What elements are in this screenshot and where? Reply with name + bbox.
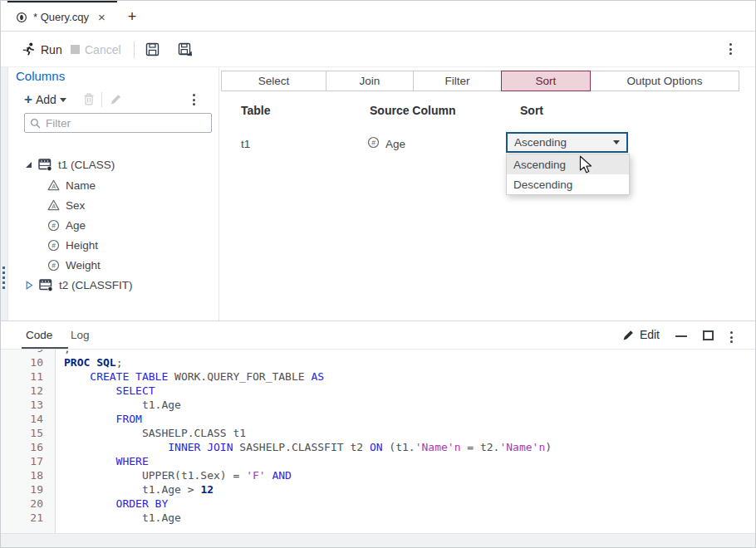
code-text[interactable]: CREATE TABLE WORK.QUERY_FOR_TABLE AS (56, 369, 324, 384)
tab-query-cqy[interactable]: * Query.cqy × (7, 1, 117, 32)
active-tab-underline (22, 347, 68, 349)
numeric-column-icon: # (367, 136, 380, 149)
code-text[interactable]: SELECT (56, 384, 155, 398)
edit-button[interactable]: Edit (622, 328, 660, 341)
close-tab-icon[interactable]: × (98, 10, 106, 24)
stop-icon (71, 45, 80, 54)
columns-overflow-menu[interactable] (193, 94, 195, 105)
tab-select[interactable]: Select (221, 71, 326, 91)
sort-order-select[interactable]: Ascending (506, 132, 628, 153)
sas-query-window: * Query.cqy × + Run Cancel Colum (0, 0, 756, 548)
sort-row-column-cell: Age (385, 138, 405, 150)
tree-item-age[interactable]: # Age (47, 215, 86, 235)
filter-input[interactable] (46, 117, 206, 130)
trash-icon (83, 93, 95, 105)
code-line: 13 t1.Age (1, 398, 755, 412)
line-number: 17 (1, 454, 56, 468)
line-number: 12 (1, 384, 56, 398)
add-column-button[interactable]: + Add (24, 90, 66, 110)
tree-item-t2[interactable]: t2 (CLASSFIT) (26, 275, 133, 295)
code-editor[interactable]: 9;10PROC SQL;11 CREATE TABLE WORK.QUERY_… (1, 350, 755, 533)
column-header-table: Table (241, 104, 271, 117)
tab-code[interactable]: Code (26, 329, 52, 341)
expanded-arrow-icon[interactable] (26, 162, 32, 168)
option-descending[interactable]: Descending (507, 174, 629, 194)
tree-item-label: t1 (CLASS) (58, 159, 115, 171)
tree-item-height[interactable]: # Height (47, 235, 98, 255)
tab-log[interactable]: Log (71, 329, 90, 341)
search-icon (30, 118, 41, 129)
panel-divider (218, 67, 219, 320)
table-icon (39, 279, 53, 291)
minimize-icon[interactable] (675, 335, 687, 337)
preview-eye-icon (16, 12, 27, 23)
line-number: 14 (1, 412, 56, 426)
document-tab-bar: * Query.cqy × + (1, 1, 755, 32)
code-line: 12 SELECT (1, 384, 755, 398)
sort-order-dropdown-list: Ascending Descending (506, 154, 630, 195)
query-step-tabs: Select Join Filter Sort Output Options (221, 71, 739, 91)
mouse-cursor (579, 155, 594, 175)
tree-item-name[interactable]: A Name (47, 175, 96, 195)
edit-column-button[interactable] (110, 93, 122, 105)
tab-output-options[interactable]: Output Options (590, 71, 739, 91)
code-line: 11 CREATE TABLE WORK.QUERY_FOR_TABLE AS (1, 369, 755, 384)
tree-item-sex[interactable]: A Sex (47, 195, 85, 215)
new-tab-button[interactable]: + (122, 6, 142, 27)
delete-column-button[interactable] (83, 93, 95, 105)
code-text[interactable]: PROC SQL; (56, 355, 122, 369)
splitter-grip-icon (2, 267, 5, 289)
svg-text:#: # (371, 139, 376, 147)
line-number: 11 (1, 369, 56, 384)
save-icon (145, 42, 160, 56)
cancel-button[interactable]: Cancel (71, 32, 121, 67)
query-builder-region: Columns + Add (1, 67, 755, 321)
toolbar: Run Cancel (1, 32, 755, 67)
tree-item-label: Sex (66, 199, 85, 212)
option-ascending[interactable]: Ascending (507, 154, 629, 174)
tree-item-weight[interactable]: # Weight (47, 255, 101, 275)
tab-title: * Query.cqy (33, 11, 89, 23)
horizontal-scrollbar-track[interactable] (1, 533, 755, 547)
edit-label: Edit (640, 328, 660, 341)
toolbar-separator (134, 42, 135, 58)
numeric-column-icon: # (47, 239, 60, 252)
line-number: 18 (1, 468, 56, 482)
numeric-column-icon: # (47, 219, 60, 232)
maximize-icon[interactable] (703, 330, 714, 340)
code-text[interactable]: t1.Age (56, 511, 181, 525)
code-text[interactable]: t1.Age > 12 (56, 482, 214, 497)
column-header-sort: Sort (520, 104, 543, 117)
code-text[interactable]: SASHELP.CLASS t1 (56, 426, 246, 440)
collapsed-arrow-icon[interactable] (26, 281, 33, 290)
tree-item-label: Weight (66, 259, 101, 272)
code-text[interactable]: INNER JOIN SASHELP.CLASSFIT t2 ON (t1.'N… (56, 440, 552, 454)
tree-item-t1[interactable]: t1 (CLASS) (26, 154, 115, 174)
toolbar-overflow-menu[interactable] (729, 43, 732, 55)
tab-join[interactable]: Join (326, 71, 414, 91)
save-as-button[interactable] (178, 42, 193, 56)
columns-toolbar: + Add (1, 90, 218, 111)
line-number: 16 (1, 440, 56, 454)
code-text[interactable]: t1.Age (56, 398, 181, 412)
svg-text:A: A (52, 203, 56, 209)
line-number: 13 (1, 398, 56, 412)
save-as-icon (178, 42, 193, 56)
column-header-source-column: Source Column (370, 104, 455, 117)
filter-field[interactable] (24, 113, 212, 133)
code-text[interactable]: WHERE (56, 454, 149, 468)
tab-sort[interactable]: Sort (501, 71, 591, 91)
columns-panel-title: Columns (16, 69, 65, 83)
code-text[interactable]: UPPER(t1.Sex) = 'F' AND (56, 468, 292, 482)
code-text[interactable]: ; (56, 350, 71, 355)
pencil-icon (622, 329, 635, 341)
save-button[interactable] (145, 42, 160, 56)
code-text[interactable]: ORDER BY (56, 497, 168, 511)
tab-filter[interactable]: Filter (413, 71, 502, 91)
plus-icon: + (24, 91, 32, 108)
run-button[interactable]: Run (22, 32, 62, 67)
code-line: 15 SASHELP.CLASS t1 (1, 426, 755, 440)
code-panel-overflow-menu[interactable] (730, 331, 733, 343)
code-text[interactable]: FROM (56, 412, 142, 426)
svg-text:A: A (52, 183, 56, 189)
